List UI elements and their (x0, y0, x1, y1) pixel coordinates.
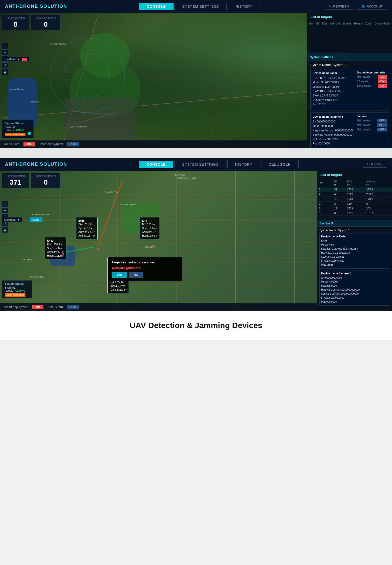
jammer-switch-btn-3[interactable]: OFF (377, 128, 387, 131)
detected-value-2: 371 (6, 178, 25, 186)
rotate-button[interactable]: ↺ (2, 62, 8, 68)
jammer-controls-1: Jammer Main switch OFF Main switch OFF M… (357, 115, 387, 146)
targets-detected-box-2: Targets detected 371 (2, 173, 29, 188)
bottom-bar-2: Smart deployment ON Auto-Guard OFF (0, 303, 317, 311)
jammer-activate-text: Activate jammer? (112, 266, 178, 270)
targets-table-body-1 (307, 26, 392, 51)
right-panel-2: List of targets Ref ID() Dist(m) Azimuth… (317, 171, 392, 311)
sys-settings-content-2: System Name: System 1 Device name:Radar … (317, 227, 392, 308)
system-status-2: System Status System1 Radar: RUNNING Ala… (2, 280, 32, 298)
table-row: 283200 (317, 201, 392, 206)
col-height: Height (353, 21, 364, 26)
locate-button[interactable]: ◉ (2, 69, 8, 75)
targets-table-2: Ref ID() Dist(m) Azimuth(°) 5391738265.4… (317, 179, 392, 216)
radar-main-switch-btn[interactable]: ON (378, 75, 387, 79)
smart-deploy-btn-1[interactable]: OFF (67, 142, 79, 146)
neutralized-value-1: 0 (35, 20, 56, 28)
col-azimuth: Azimuth (328, 21, 341, 26)
col-ref: Ref (307, 21, 315, 26)
nav-tabs-2: CONSOLE SYSTEM SETTINGS HISTORY DEBUGGER (75, 161, 363, 168)
radar-main-switch: Main switch ON (357, 75, 387, 79)
jammer-card-2: Device name:Jammer 1 SN:000000000000 Mod… (319, 270, 390, 306)
system-settings-title-1: System Settings (310, 55, 333, 59)
table-row: 3481664179.8 (317, 197, 392, 201)
zoom-in-button[interactable]: + (2, 43, 8, 49)
tab-console-1[interactable]: CONSOLE (139, 3, 174, 10)
col-speed: Speed (342, 21, 353, 26)
auto-guard-on-btn-1[interactable]: ON (23, 142, 35, 146)
dropdown-arrow-icon: ▼ (17, 58, 20, 61)
target-popup-8: ID:8 Dist:320.4m Speed:6.2m/s Azimuth:0.… (140, 217, 160, 239)
device-header-radar-1: Device name:radar SN:108070100052N150001… (313, 71, 387, 107)
alarm-btn-2[interactable]: Alarm Information (5, 293, 25, 297)
header-right-1: ↻ REFRESH 👤 ACCOUNT (325, 3, 387, 10)
detected-value-1: 0 (6, 20, 25, 28)
jammer-switch-btn-1[interactable]: OFF (377, 119, 387, 122)
account-button-1[interactable]: 👤 ACCOUNT (357, 3, 387, 10)
zoom-out-button[interactable]: − (2, 49, 8, 55)
radar-card-2: Device name:Radar SN:0 Model No:0 Locati… (319, 233, 390, 269)
tab-system-settings-1[interactable]: SYSTEM SETTINGS (175, 3, 226, 10)
system-name-status-2: System1 (5, 286, 29, 289)
col2-id: ID() (333, 179, 345, 187)
jammer-no-btn[interactable]: NO (129, 272, 143, 278)
footer-title: UAV Detection & Jamming Devices (0, 321, 392, 330)
right-panel-1: List of targets Ref ID Dist Azimuth Spee… (307, 13, 392, 148)
header-right-2: ↻ REFR... (363, 161, 387, 168)
radar-controls-1: Drone detection radar Main switch ON RF … (357, 71, 387, 107)
auto-guard-btn-2[interactable]: OFF (67, 305, 79, 309)
send-button-2[interactable]: Send (30, 217, 42, 222)
radar-device-card-1: Device name:radar SN:108070100052N150001… (310, 69, 389, 110)
jammer-dialog-buttons: Yes NO (112, 272, 178, 278)
screenshot2: ANTI-DRONE SOLUTION CONSOLE SYSTEM SETTI… (0, 158, 392, 311)
device-header-jammer-1: Device name:Jammer 1 Sn:000000000000 Mod… (313, 115, 387, 146)
detected-label-1: Targets detected (6, 17, 25, 19)
table-row: 5391738265.4 (317, 187, 392, 192)
model-dropdown-2[interactable]: sunModel ▼ (2, 217, 22, 222)
section-divider (0, 148, 392, 158)
refresh-icon-1: ↻ (329, 4, 332, 8)
radar-status-2: Radar: RUNNING (5, 289, 29, 292)
table-row: 1191521282 (317, 206, 392, 211)
refresh-button-2[interactable]: ↻ REFR... (363, 161, 387, 168)
neutralized-value-2: 0 (35, 178, 56, 186)
model-dropdown-1[interactable]: sunModel ▼ (2, 57, 29, 62)
map-container-2[interactable]: BLANCO CULVER CREST SUNKIST PARK DEL REY… (0, 171, 392, 311)
targets-neutralized-box-1: Targets neutralized 0 (31, 15, 61, 30)
jammer-switch-3: Main switch OFF (357, 128, 387, 131)
jammer-dialog-text: Targets in neutralization zone. (112, 260, 178, 264)
sys-settings-title-2: System S (319, 222, 333, 225)
col-id: ID (315, 21, 321, 26)
dropdown-arrow-icon-2: ▼ (17, 218, 20, 221)
locate-btn-2[interactable]: ◉ (2, 227, 8, 233)
tab-system-settings-2[interactable]: SYSTEM SETTINGS (174, 161, 226, 168)
jammer-device-card-1: Device name:Jammer 1 Sn:000000000000 Mod… (310, 112, 389, 148)
col2-ref: Ref (317, 179, 333, 187)
jammer-switch-btn-2[interactable]: OFF (377, 123, 387, 127)
col2-dist: Dist(m) (346, 179, 365, 187)
radar-servo-switch-btn[interactable]: ON (378, 84, 387, 88)
stats-bar-1: Targets detected 0 Targets neutralized 0 (2, 15, 60, 30)
radar-status-1: radar: RUNNING (5, 129, 31, 132)
neutralized-label-2: Targets neutralized (35, 175, 56, 177)
detected-label-2: Targets detected (6, 175, 25, 177)
table-row: 0681615181.2 (317, 211, 392, 216)
alarm-btn-1[interactable]: Alarm Information (5, 133, 25, 136)
zoom-out-btn-2[interactable]: − (2, 207, 8, 213)
zoom-in-btn-2[interactable]: + (2, 201, 8, 207)
page-footer: UAV Detection & Jamming Devices (0, 311, 392, 340)
target-dot-8 (152, 245, 154, 247)
radar-rf-switch-btn[interactable]: ON (378, 79, 387, 83)
col-zone: Zone (364, 21, 373, 26)
tab-history-2[interactable]: HISTORY (227, 161, 260, 168)
jammer-switch-2: Main switch OFF (357, 123, 387, 127)
refresh-button-1[interactable]: ↻ REFRESH (325, 3, 353, 10)
jammer-yes-btn[interactable]: Yes (112, 272, 127, 278)
tab-debugger-2[interactable]: DEBUGGER (261, 161, 299, 168)
tab-console-2[interactable]: CONSOLE (139, 161, 173, 168)
tab-history-1[interactable]: HISTORY (228, 3, 260, 10)
neutralized-label-1: Targets neutralized (35, 17, 56, 19)
map-container-1[interactable]: SUNKIST PARK Venice Beach Playa del WEST… (0, 13, 392, 148)
account-icon-1: 👤 (361, 4, 365, 8)
smart-deploy-btn-2[interactable]: ON (32, 305, 43, 309)
